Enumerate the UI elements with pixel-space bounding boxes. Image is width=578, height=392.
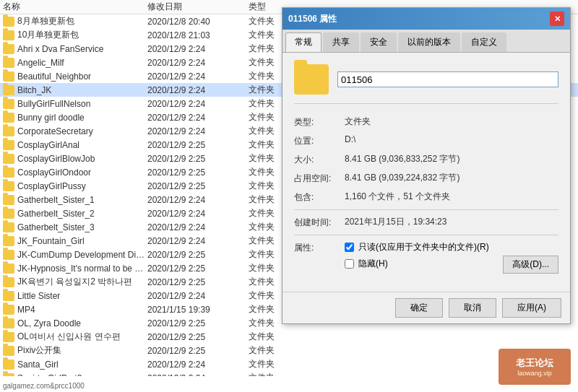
prop-value: 8.41 GB (9,039,224,832 字节): [345, 172, 558, 184]
prop-value: 8.41 GB (9,036,833,252 字节): [345, 153, 558, 165]
dialog-tab-共享[interactable]: 共享: [323, 32, 359, 52]
hidden-label[interactable]: 隐藏(H): [358, 258, 388, 270]
hidden-row: 隐藏(H) 高级(D)...: [345, 258, 558, 274]
url-bar: galgamez.com&prcc1000: [0, 379, 275, 392]
close-button[interactable]: ✕: [550, 12, 564, 26]
folder-icon: [3, 58, 14, 68]
readonly-checkbox[interactable]: [345, 243, 354, 252]
file-row[interactable]: OL여비서 신입사원 연수편 2020/12/9 2:25 文件夹: [0, 330, 578, 344]
hidden-checkbox-row: 隐藏(H): [345, 258, 388, 270]
file-name: 8月单独更新包: [17, 15, 147, 27]
prop-label: 包含:: [294, 191, 345, 204]
file-date: 2020/12/9 2:24: [147, 236, 249, 246]
folder-icon: [3, 222, 14, 232]
watermark-line1: 老王论坛: [516, 357, 553, 370]
file-date: 2020/12/9 2:24: [147, 373, 249, 377]
file-date: 2020/12/9 2:24: [147, 291, 249, 301]
folder-icon: [3, 44, 14, 54]
folder-icon: [3, 167, 14, 178]
file-row[interactable]: Santa_Girl 2020/12/9 2:24 文件夹: [0, 357, 578, 371]
file-name: CosplayGirlPussy: [17, 181, 147, 191]
dialog-footer: 确定 取消 应用(A): [282, 292, 570, 323]
col-name-header[interactable]: 名称: [3, 1, 147, 13]
folder-name-input[interactable]: [337, 71, 558, 87]
folder-icon: [3, 277, 14, 287]
folder-icon: [3, 291, 14, 301]
apply-button[interactable]: 应用(A): [502, 298, 561, 318]
folder-icon: [3, 332, 14, 342]
file-date: 2020/12/9 2:24: [147, 58, 249, 68]
folder-icon: [3, 209, 14, 219]
prop-row-0: 类型: 文件夹: [294, 116, 558, 129]
col-date-header[interactable]: 修改日期: [147, 1, 249, 13]
prop-row-1: 位置: D:\: [294, 134, 558, 147]
prop-label: 创建时间:: [294, 216, 345, 229]
readonly-label[interactable]: 只读(仅应用于文件夹中的文件)(R): [358, 241, 489, 253]
advanced-button[interactable]: 高级(D)...: [503, 256, 558, 274]
hidden-checkbox[interactable]: [345, 259, 354, 269]
file-name: SquirterGirlPart2: [17, 373, 147, 377]
folder-icon: [3, 181, 14, 191]
prop-label: 类型:: [294, 116, 345, 129]
url-text: galgamez.com&prcc1000: [3, 382, 85, 390]
file-row[interactable]: SquirterGirlPart2 2020/12/9 2:24 文件夹: [0, 371, 578, 376]
file-date: 2020/12/9 2:24: [147, 71, 249, 82]
attributes-section: 属性: 只读(仅应用于文件夹中的文件)(R) 隐藏(H) 高级(D)...: [294, 241, 558, 274]
file-name: CosplayGirlAnal: [17, 140, 147, 150]
file-date: 2020/12/9 2:25: [147, 250, 249, 260]
watermark: 老王论坛 laowang.vip: [499, 349, 571, 385]
folder-display: [294, 64, 558, 104]
file-name: OL, Zyra Doodle: [17, 318, 147, 328]
prop-label: 位置:: [294, 134, 345, 147]
folder-icon: [3, 126, 14, 136]
prop-value: 1,160 个文件，51 个文件夹: [345, 191, 558, 203]
file-type: 文件夹: [249, 372, 306, 376]
folder-icon: [3, 263, 14, 274]
file-name: CosplayGirlBlowJob: [17, 154, 147, 164]
file-name: Santa_Girl: [17, 360, 147, 370]
dialog-tab-以前的版本[interactable]: 以前的版本: [398, 32, 460, 52]
file-name: OL여비서 신입사원 연수편: [17, 331, 147, 343]
file-date: 2020/12/9 2:25: [147, 181, 249, 191]
file-row[interactable]: Pixiv公开集 2020/12/9 2:25 文件夹: [0, 344, 578, 357]
file-date: 2021/1/15 19:39: [147, 305, 249, 315]
watermark-line2: laowang.vip: [517, 370, 552, 377]
file-date: 2020/12/9 2:24: [147, 44, 249, 54]
dialog-tab-安全[interactable]: 安全: [361, 32, 397, 52]
file-date: 2020/12/9 2:24: [147, 195, 249, 205]
file-date: 2020/12/9 2:24: [147, 99, 249, 109]
file-name: Gatherbelt_Sister_2: [17, 209, 147, 219]
file-name: Beautiful_Neighbor: [17, 71, 147, 82]
folder-icon: [3, 140, 14, 150]
file-name: Gatherbelt_Sister_1: [17, 195, 147, 205]
dialog-tab-自定义[interactable]: 自定义: [462, 32, 506, 52]
folder-icon: [3, 360, 14, 370]
folder-icon: [3, 373, 14, 377]
prop-label: 占用空间:: [294, 172, 345, 185]
file-date: 2020/12/9 2:25: [147, 263, 249, 274]
dialog-titlebar: 011506 属性 ✕: [282, 8, 570, 30]
file-name: Pixiv公开集: [17, 344, 147, 357]
file-name: Gatherbelt_Sister_3: [17, 222, 147, 232]
prop-value: 2021年1月15日，19:34:23: [345, 216, 558, 228]
file-date: 2020/12/9 2:25: [147, 318, 249, 328]
ok-button[interactable]: 确定: [395, 298, 443, 318]
file-date: 2020/12/9 2:25: [147, 167, 249, 178]
folder-icon: [3, 318, 14, 328]
file-name: CorporateSecretary: [17, 126, 147, 136]
file-name: JK-CumDump Development Diary: [17, 250, 147, 260]
folder-icon: [3, 346, 14, 356]
file-date: 2020/12/9 2:25: [147, 154, 249, 164]
folder-icon: [3, 30, 14, 40]
file-date: 2020/12/9 2:25: [147, 346, 249, 356]
prop-label: 大小:: [294, 153, 345, 166]
folder-icon: [3, 154, 14, 164]
prop-value: 文件夹: [345, 116, 558, 128]
cancel-button[interactable]: 取消: [449, 298, 496, 318]
file-name: JK육변기 육성일지2 박하나편: [17, 276, 147, 288]
prop-label-attributes: 属性:: [294, 241, 345, 254]
dialog-tab-常规[interactable]: 常规: [285, 32, 322, 52]
folder-icon: [3, 195, 14, 205]
folder-icon: [3, 85, 14, 95]
file-name: Little Sister: [17, 291, 147, 301]
